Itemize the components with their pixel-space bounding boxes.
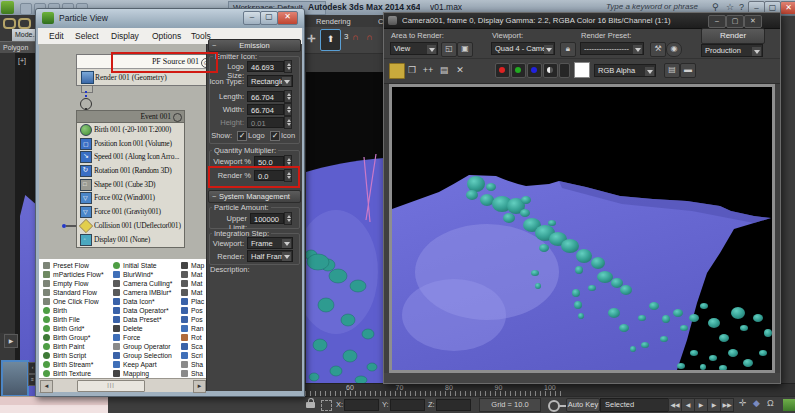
integration-render-dropdown[interactable]: Half Frame <box>247 250 293 262</box>
depot-item[interactable]: Mat <box>181 279 206 288</box>
save-image-icon[interactable] <box>389 63 405 79</box>
depot-item[interactable]: Camera Culling* <box>113 279 179 288</box>
zoom-extents-icon[interactable]: ◆ <box>753 398 760 408</box>
maxscript-mini-listener[interactable] <box>0 396 108 413</box>
depot-item[interactable]: Map <box>181 261 206 270</box>
blue-channel-button[interactable] <box>527 63 542 78</box>
integration-viewport-dropdown[interactable]: Frame <box>247 237 293 249</box>
layer-icon[interactable]: ▤ <box>664 63 680 78</box>
print-image-icon[interactable]: ▤ <box>437 63 451 77</box>
collapse-icon[interactable]: − <box>212 191 216 202</box>
depot-item[interactable]: Data Preset* <box>113 315 179 324</box>
event-operator-row[interactable]: Collision 001 (UDeflector001) <box>77 219 184 233</box>
pv-minimize-button[interactable]: – <box>243 11 261 25</box>
next-frame-button[interactable]: ▶ <box>707 398 721 412</box>
depot-item[interactable]: Group Operator <box>113 342 179 351</box>
viewport-scene-fragment[interactable] <box>306 72 384 385</box>
search-input[interactable]: Type a keyword or phrase <box>606 2 706 11</box>
depot-item[interactable]: Birth Texture <box>43 369 111 378</box>
auto-key-button[interactable]: Auto Key <box>566 398 600 412</box>
event-enable-icon[interactable] <box>173 113 182 122</box>
rfw-viewport-dropdown[interactable]: Quad 4 - Camera( <box>491 42 555 55</box>
upper-limit-spinner[interactable] <box>284 212 292 225</box>
scroll-left-arrow[interactable]: ◄ <box>40 380 53 393</box>
orbit-view-icon[interactable]: Ω <box>767 398 774 408</box>
node-output-connector[interactable] <box>81 85 93 93</box>
rfw-title-bar[interactable]: Camera001, frame 0, Display Gamma: 2.2, … <box>384 13 780 29</box>
pv-maximize-button[interactable]: ▢ <box>260 11 278 25</box>
depot-item[interactable]: Mat <box>181 288 206 297</box>
event-operator-row[interactable]: Position Icon 001 (Volume) <box>77 137 184 151</box>
depot-item[interactable]: Birth Group* <box>43 333 111 342</box>
go-to-start-button[interactable]: ◀◀ <box>668 398 682 412</box>
play-animation-button[interactable]: ▶ <box>694 398 708 412</box>
event-node[interactable]: Event 001 Birth 001 (-20-100 T:2000) Pos… <box>76 110 185 248</box>
app-logo-icon[interactable] <box>1 1 14 14</box>
scroll-right-arrow[interactable]: ► <box>193 380 206 393</box>
area-to-render-dropdown[interactable]: View <box>390 42 438 55</box>
event-operator-row[interactable]: Shape 001 (Cube 3D) <box>77 178 184 192</box>
event-title[interactable]: Event 001 <box>77 111 184 123</box>
height-field[interactable]: 0.01 <box>247 117 284 128</box>
viewport-label[interactable]: [+] <box>18 57 26 64</box>
depot-item[interactable]: Ran <box>181 324 206 333</box>
new-file-icon[interactable] <box>20 3 32 15</box>
depot-item[interactable]: Force <box>113 333 179 342</box>
background-color-swatch[interactable] <box>574 62 590 78</box>
event-operator-row[interactable]: Display 001 (None) <box>77 233 184 247</box>
color-swatch[interactable] <box>1 360 29 397</box>
previous-frame-button[interactable]: ◀ <box>681 398 695 412</box>
width-spinner[interactable] <box>284 103 292 116</box>
depot-item[interactable]: BlurWind* <box>113 270 179 279</box>
depot-item[interactable]: Preset Flow <box>43 261 111 270</box>
channel-display-dropdown[interactable]: RGB Alpha <box>594 64 656 77</box>
depot-item[interactable]: mParticles Flow* <box>43 270 111 279</box>
maximize-viewport-icon[interactable] <box>783 399 795 411</box>
close-button[interactable]: ✕ <box>780 1 795 15</box>
height-spinner[interactable] <box>284 116 292 129</box>
width-field[interactable]: 66.704 <box>247 104 284 115</box>
depot-item[interactable]: Birth Script <box>43 351 111 360</box>
monochrome-button[interactable] <box>543 63 558 78</box>
move-tool-icon[interactable]: ✛ <box>307 33 315 44</box>
active-tool-button[interactable]: ⬆ <box>320 29 341 51</box>
unlink-icon[interactable] <box>18 18 31 29</box>
upper-limit-field[interactable]: 100000 <box>250 213 284 224</box>
depot-item[interactable]: Rot <box>181 333 206 342</box>
depot-item[interactable]: Mapping <box>113 369 179 378</box>
particle-view-title-bar[interactable]: Particle View – ▢ ✕ <box>36 9 304 28</box>
pan-view-icon[interactable]: ✛ <box>739 398 747 408</box>
event-operator-row[interactable]: Speed 001 (Along Icon Arro... <box>77 150 184 164</box>
depot-item[interactable]: Data Operator* <box>113 306 179 315</box>
depot-item[interactable]: Pos <box>181 315 206 324</box>
event-operator-row[interactable]: Force 001 (Gravity001) <box>77 205 184 219</box>
red-channel-button[interactable] <box>495 63 510 78</box>
depot-item[interactable]: Empty Flow <box>43 279 111 288</box>
clone-window-icon[interactable]: ❐ <box>405 63 419 77</box>
depot-item[interactable]: Delete <box>113 324 179 333</box>
green-channel-button[interactable] <box>511 63 526 78</box>
depot-item[interactable]: Keep Apart <box>113 360 179 369</box>
menu-edit[interactable]: Edit <box>49 31 64 41</box>
rfw-minimize-button[interactable]: – <box>708 15 726 28</box>
depot-scrollbar[interactable]: ◄ ► ||| <box>39 378 206 392</box>
rfw-close-button[interactable]: ✕ <box>744 15 762 28</box>
depot-item[interactable]: Birth <box>43 306 111 315</box>
depot-item[interactable]: Mat <box>181 270 206 279</box>
framebuffer-icon[interactable]: ▬ <box>680 63 696 78</box>
render-preset-dropdown[interactable]: ------------------ <box>580 42 644 55</box>
depot-item[interactable]: Sha <box>181 360 206 369</box>
emission-rollout-header[interactable]: − Emission <box>208 39 301 52</box>
system-management-rollout-header[interactable]: − System Management <box>208 190 301 203</box>
depot-item[interactable]: Group Selection <box>113 351 179 360</box>
depot-item[interactable]: Sha <box>181 369 206 378</box>
auto-region-icon[interactable]: ▣ <box>457 42 473 57</box>
selection-filter-icon[interactable] <box>321 400 332 411</box>
depot-item[interactable]: Birth Paint <box>43 342 111 351</box>
depot-item[interactable]: Standard Flow <box>43 288 111 297</box>
render-setup-icon[interactable]: ⚒ <box>650 42 666 57</box>
play-button[interactable]: ▶ <box>4 334 18 348</box>
render-mode-dropdown[interactable]: Production <box>701 44 763 57</box>
rfw-maximize-button[interactable]: ▢ <box>726 15 744 28</box>
event-operator-row[interactable]: Force 002 (Wind001) <box>77 191 184 205</box>
